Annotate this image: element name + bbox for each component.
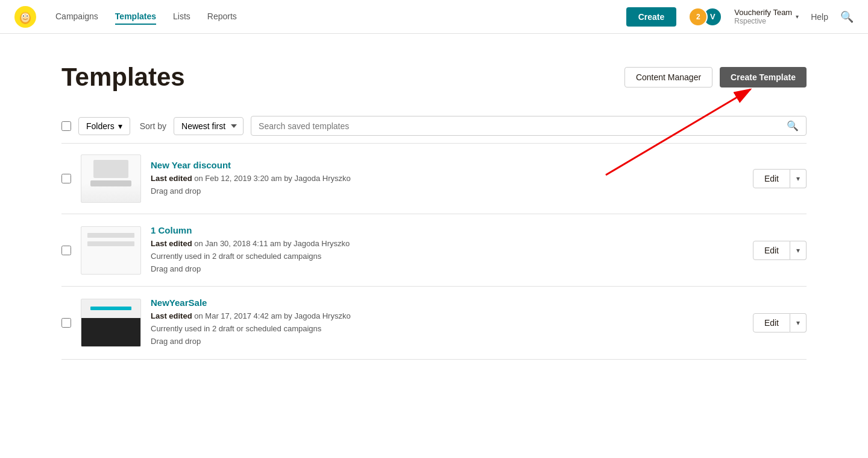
edit-button-1[interactable]: Edit — [753, 241, 790, 260]
template-name-0[interactable]: New Year discount — [151, 160, 743, 170]
user-name-block: Voucherify Team Rspective — [734, 8, 792, 26]
template-info-0: New Year discount Last edited on Feb 12,… — [151, 160, 743, 198]
template-name-2[interactable]: NewYearSale — [151, 297, 743, 308]
template-thumbnail-0 — [81, 154, 141, 203]
content-manager-button[interactable]: Content Manager — [624, 67, 712, 87]
user-menu-chevron: ▾ — [796, 13, 799, 20]
template-list: New Year discount Last edited on Feb 12,… — [61, 144, 807, 360]
template-thumbnail-2 — [81, 299, 141, 347]
edit-dropdown-1[interactable]: ▾ — [790, 241, 807, 260]
edit-dropdown-2[interactable]: ▾ — [790, 313, 807, 332]
template-meta-2: Last edited on Mar 17, 2017 4:42 am by J… — [151, 310, 743, 348]
create-button[interactable]: Create — [626, 7, 677, 27]
template-name-1[interactable]: 1 Column — [151, 225, 743, 235]
table-row: 1 Column Last edited on Jan 30, 2018 4:1… — [61, 214, 807, 287]
svg-point-5 — [23, 15, 24, 16]
main-content: Templates Content Manager Create Templat… — [30, 34, 838, 360]
nav-lists[interactable]: Lists — [173, 9, 190, 25]
header-actions: Content Manager Create Template — [624, 67, 807, 87]
navbar: Campaigns Templates Lists Reports Create… — [0, 0, 868, 34]
search-bar: 🔍 — [251, 116, 807, 136]
avatar-group[interactable]: 2 V — [688, 7, 722, 27]
template-thumbnail-1 — [81, 226, 141, 275]
svg-point-2 — [21, 13, 30, 22]
search-icon[interactable]: 🔍 — [787, 120, 799, 132]
nav-templates[interactable]: Templates — [115, 9, 156, 25]
user-menu[interactable]: Voucherify Team Rspective ▾ — [734, 8, 799, 26]
folders-button[interactable]: Folders ▾ — [78, 117, 130, 135]
page-header: Templates Content Manager Create Templat… — [61, 63, 807, 92]
sort-by-label: Sort by — [140, 121, 166, 131]
template-info-1: 1 Column Last edited on Jan 30, 2018 4:1… — [151, 225, 743, 275]
edit-group-1: Edit ▾ — [753, 241, 807, 260]
row-checkbox-1[interactable] — [61, 246, 71, 255]
navbar-right: Create 2 V Voucherify Team Rspective ▾ H… — [626, 7, 854, 27]
select-all-checkbox[interactable] — [61, 121, 71, 131]
svg-point-6 — [27, 15, 28, 16]
row-checkbox-0[interactable] — [61, 174, 71, 183]
edit-dropdown-0[interactable]: ▾ — [790, 169, 807, 188]
folders-chevron: ▾ — [118, 121, 122, 131]
table-row: New Year discount Last edited on Feb 12,… — [61, 144, 807, 214]
template-meta-1: Last edited on Jan 30, 2018 4:11 am by J… — [151, 238, 743, 275]
edit-button-2[interactable]: Edit — [753, 313, 790, 332]
filter-bar: Folders ▾ Sort by Newest first Oldest fi… — [61, 116, 807, 136]
help-link[interactable]: Help — [811, 12, 828, 22]
global-search-icon[interactable]: 🔍 — [840, 10, 854, 24]
create-template-button[interactable]: Create Template — [720, 67, 807, 87]
edit-group-2: Edit ▾ — [753, 313, 807, 332]
template-meta-0: Last edited on Feb 12, 2019 3:20 am by J… — [151, 173, 743, 198]
table-row: NewYearSale Last edited on Mar 17, 2017 … — [61, 287, 807, 359]
sort-select[interactable]: Newest first Oldest first A-Z Z-A — [174, 117, 244, 135]
nav-reports[interactable]: Reports — [207, 9, 237, 25]
edit-group-0: Edit ▾ — [753, 169, 807, 188]
nav-links: Campaigns Templates Lists Reports — [55, 9, 607, 25]
edit-button-0[interactable]: Edit — [753, 169, 790, 188]
page-title: Templates — [61, 63, 185, 92]
logo[interactable] — [14, 6, 36, 28]
folders-label: Folders — [86, 121, 115, 131]
search-input[interactable] — [259, 121, 787, 131]
row-checkbox-2[interactable] — [61, 318, 71, 328]
template-info-2: NewYearSale Last edited on Mar 17, 2017 … — [151, 297, 743, 348]
notification-badge: 2 — [688, 7, 708, 27]
nav-campaigns[interactable]: Campaigns — [55, 9, 98, 25]
